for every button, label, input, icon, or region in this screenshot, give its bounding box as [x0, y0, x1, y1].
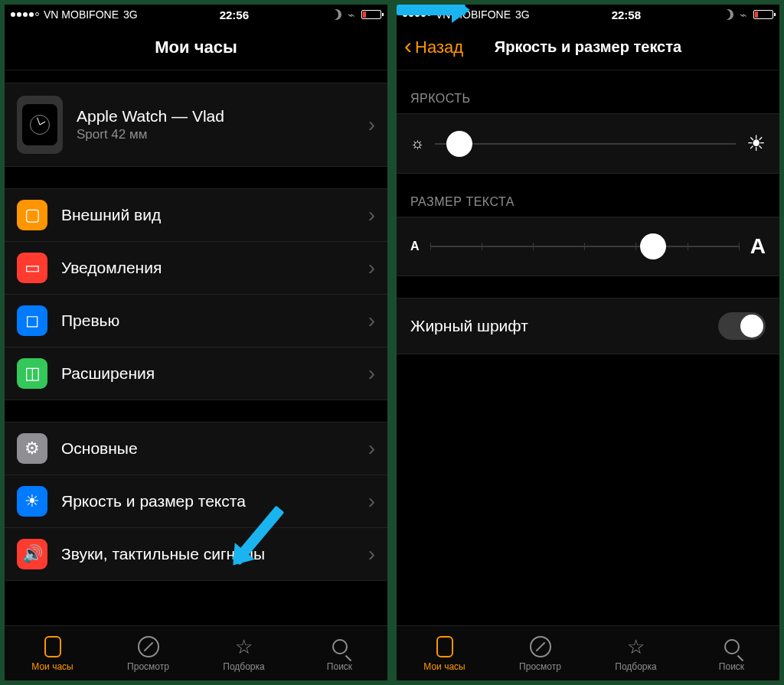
row-label: Яркость и размер текста: [61, 492, 354, 510]
brightness-slider-row: ☼ ☀: [397, 113, 779, 174]
row-label: Превью: [61, 312, 354, 330]
bluetooth-icon: ⌁: [740, 8, 747, 22]
bold-text-label: Жирный шрифт: [410, 317, 528, 335]
tab-label: Мои часы: [31, 661, 73, 672]
tab-featured[interactable]: ☆ Подборка: [196, 626, 292, 680]
nav-title: Мои часы: [155, 38, 237, 57]
tab-label: Просмотр: [127, 661, 169, 672]
appearance-icon: ▢: [17, 200, 47, 230]
chevron-left-icon: ‹: [404, 34, 412, 57]
tab-label: Подборка: [615, 661, 656, 672]
tab-search[interactable]: Поиск: [292, 626, 387, 680]
battery-icon: [361, 10, 381, 19]
carrier-label: VN MOBIFONE: [44, 8, 119, 21]
nav-bar: ‹ Назад Яркость и размер текста: [397, 24, 779, 70]
settings-section-2: ⚙ Основные › ☀ Яркость и размер текста ›…: [5, 422, 387, 581]
chevron-right-icon: ›: [368, 203, 375, 227]
textsize-header: РАЗМЕР ТЕКСТА: [397, 174, 779, 217]
tab-label: Просмотр: [519, 661, 561, 672]
brightness-header: ЯРКОСТЬ: [397, 70, 779, 113]
device-name: Apple Watch — Vlad: [77, 107, 354, 126]
brightness-icon: ☀: [17, 486, 47, 517]
textsize-slider-row: A A: [397, 217, 779, 276]
bold-text-toggle[interactable]: [718, 312, 766, 340]
compass-icon: [138, 636, 159, 657]
do-not-disturb-icon: [723, 9, 733, 20]
star-icon: ☆: [233, 635, 256, 658]
chevron-right-icon: ›: [368, 489, 375, 514]
row-notifications[interactable]: ▭ Уведомления ›: [5, 242, 387, 295]
notifications-icon: ▭: [17, 253, 47, 283]
tab-featured[interactable]: ☆ Подборка: [588, 626, 684, 680]
tab-my-watch[interactable]: Мои часы: [397, 626, 492, 680]
star-icon: ☆: [625, 635, 648, 658]
device-model: Sport 42 мм: [77, 127, 354, 142]
row-label: Звуки, тактильные сигналы: [61, 545, 354, 563]
general-icon: ⚙: [17, 433, 47, 464]
row-glances[interactable]: ◻ Превью ›: [5, 295, 387, 347]
device-card[interactable]: Apple Watch — Vlad Sport 42 мм ›: [5, 83, 387, 167]
tab-my-watch[interactable]: Мои часы: [5, 626, 100, 680]
back-label: Назад: [415, 38, 463, 57]
row-appearance[interactable]: ▢ Внешний вид ›: [5, 189, 387, 242]
sounds-icon: 🔊: [17, 539, 47, 569]
tab-browse[interactable]: Просмотр: [492, 626, 588, 680]
network-label: 3G: [123, 8, 138, 21]
brightness-slider[interactable]: [435, 143, 736, 145]
letter-large-icon: A: [750, 234, 766, 259]
clock-label: 22:56: [220, 8, 249, 21]
tab-bar: Мои часы Просмотр ☆ Подборка Поиск: [5, 625, 387, 680]
tab-search[interactable]: Поиск: [684, 626, 779, 680]
do-not-disturb-icon: [331, 9, 341, 20]
apple-watch-icon: [17, 96, 63, 154]
extensions-icon: ◫: [17, 358, 47, 389]
tab-browse[interactable]: Просмотр: [100, 626, 196, 680]
textsize-slider[interactable]: [430, 246, 740, 247]
compass-icon: [530, 636, 551, 657]
bold-text-row: Жирный шрифт: [397, 298, 779, 354]
settings-section-1: ▢ Внешний вид › ▭ Уведомления › ◻ Превью…: [5, 188, 387, 400]
sun-small-icon: ☼: [410, 135, 424, 152]
row-extensions[interactable]: ◫ Расширения ›: [5, 347, 387, 400]
chevron-right-icon: ›: [368, 361, 375, 386]
search-icon: [332, 639, 348, 654]
letter-small-icon: A: [410, 240, 420, 253]
tab-label: Поиск: [327, 661, 352, 672]
chevron-right-icon: ›: [368, 113, 375, 137]
row-label: Основные: [61, 439, 354, 458]
chevron-right-icon: ›: [368, 436, 375, 461]
chevron-right-icon: ›: [368, 542, 375, 566]
watch-icon: [44, 636, 61, 657]
slider-knob[interactable]: [640, 233, 666, 259]
signal-dots-icon: [11, 12, 39, 17]
tab-label: Поиск: [719, 661, 744, 672]
row-label: Внешний вид: [61, 206, 354, 224]
chevron-right-icon: ›: [368, 308, 375, 333]
back-button[interactable]: ‹ Назад: [404, 38, 463, 57]
watch-icon: [436, 636, 453, 657]
screen-my-watch: VN MOBIFONE 3G 22:56 ⌁ Мои часы Apple Wa…: [5, 5, 387, 680]
slider-knob[interactable]: [446, 131, 472, 157]
nav-bar: Мои часы: [5, 24, 387, 70]
toggle-knob: [740, 315, 763, 338]
chevron-right-icon: ›: [368, 256, 375, 280]
row-label: Расширения: [61, 364, 354, 383]
tab-label: Подборка: [223, 661, 264, 672]
tab-label: Мои часы: [423, 661, 465, 672]
row-brightness-text[interactable]: ☀ Яркость и размер текста ›: [5, 475, 387, 528]
row-sounds-haptics[interactable]: 🔊 Звуки, тактильные сигналы ›: [5, 528, 387, 580]
sun-large-icon: ☀: [746, 131, 766, 156]
annotation-arrow-icon: [397, 5, 466, 15]
battery-icon: [753, 10, 773, 19]
row-general[interactable]: ⚙ Основные ›: [5, 422, 387, 475]
glances-icon: ◻: [17, 305, 47, 336]
row-label: Уведомления: [61, 259, 354, 277]
bluetooth-icon: ⌁: [348, 8, 355, 22]
nav-title: Яркость и размер текста: [495, 38, 681, 56]
screen-brightness-text: VN MOBIFONE 3G 22:58 ⌁ ‹ Назад Яркость и…: [397, 5, 779, 680]
clock-label: 22:58: [612, 8, 641, 21]
status-bar: VN MOBIFONE 3G 22:56 ⌁: [5, 5, 387, 24]
tab-bar: Мои часы Просмотр ☆ Подборка Поиск: [397, 625, 779, 680]
search-icon: [724, 639, 740, 654]
network-label: 3G: [515, 8, 530, 21]
